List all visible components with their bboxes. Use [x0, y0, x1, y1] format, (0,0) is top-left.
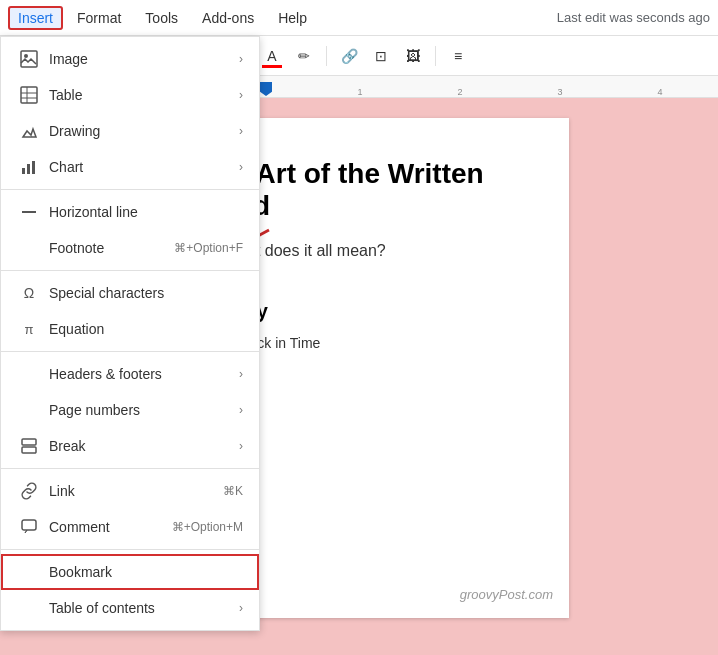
omega-icon: Ω [17, 285, 41, 301]
menu-item-table-label: Table [49, 87, 231, 103]
menu-item-toc-label: Table of contents [49, 600, 231, 616]
menu-item-footnote[interactable]: Footnote ⌘+Option+F [1, 230, 259, 266]
menu-item-table[interactable]: Table › [1, 77, 259, 113]
menu-insert[interactable]: Insert [8, 6, 63, 30]
table-arrow: › [239, 88, 243, 102]
last-edit-status: Last edit was seconds ago [557, 10, 710, 25]
menu-item-break-label: Break [49, 438, 231, 454]
highlight-button[interactable]: ✏ [290, 42, 318, 70]
divider-2 [1, 270, 259, 271]
chart-icon [17, 158, 41, 176]
pi-icon: π [17, 322, 41, 337]
menu-help[interactable]: Help [268, 6, 317, 30]
menu-item-link[interactable]: Link ⌘K [1, 473, 259, 509]
svg-rect-12 [22, 520, 36, 530]
menu-item-equation[interactable]: π Equation [1, 311, 259, 347]
menu-item-chart-label: Chart [49, 159, 231, 175]
toolbar-divider-4 [435, 46, 436, 66]
comment-shortcut: ⌘+Option+M [172, 520, 243, 534]
menu-item-headers-footers-label: Headers & footers [49, 366, 231, 382]
font-color-indicator [262, 65, 282, 68]
font-color-button[interactable]: A [258, 42, 286, 70]
footnote-shortcut: ⌘+Option+F [174, 241, 243, 255]
menu-item-footnote-label: Footnote [49, 240, 158, 256]
svg-rect-7 [27, 164, 30, 174]
ruler-mark-2: 2 [457, 87, 462, 97]
drawing-icon [17, 122, 41, 140]
link-toolbar-button[interactable]: 🔗 [335, 42, 363, 70]
svg-rect-10 [22, 439, 36, 445]
menu-item-link-label: Link [49, 483, 207, 499]
image-icon [17, 50, 41, 68]
menu-addons[interactable]: Add-ons [192, 6, 264, 30]
table-icon [17, 86, 41, 104]
ruler-mark-4: 4 [657, 87, 662, 97]
svg-point-1 [24, 54, 28, 58]
svg-rect-11 [22, 447, 36, 453]
insert-image-toolbar[interactable]: ⊡ [367, 42, 395, 70]
toolbar-divider-3 [326, 46, 327, 66]
menu-item-drawing-label: Drawing [49, 123, 231, 139]
divider-5 [1, 549, 259, 550]
insert-media-toolbar[interactable]: 🖼 [399, 42, 427, 70]
menu-item-image-label: Image [49, 51, 231, 67]
menu-tools[interactable]: Tools [135, 6, 188, 30]
menu-item-special-characters[interactable]: Ω Special characters [1, 275, 259, 311]
menu-item-break[interactable]: Break › [1, 428, 259, 464]
menu-item-page-numbers-label: Page numbers [49, 402, 231, 418]
toc-arrow: › [239, 601, 243, 615]
menu-item-comment[interactable]: Comment ⌘+Option+M [1, 509, 259, 545]
menu-item-chart[interactable]: Chart › [1, 149, 259, 185]
divider-4 [1, 468, 259, 469]
menu-item-page-numbers[interactable]: Page numbers › [1, 392, 259, 428]
insert-dropdown-menu: Image › Table › Drawing › Chart › [0, 36, 260, 631]
drawing-arrow: › [239, 124, 243, 138]
menu-item-bookmark[interactable]: Bookmark [1, 554, 259, 590]
menu-item-comment-label: Comment [49, 519, 156, 535]
break-arrow: › [239, 439, 243, 453]
link-icon [17, 482, 41, 500]
menu-bar: Insert Format Tools Add-ons Help Last ed… [0, 0, 718, 36]
svg-rect-0 [21, 51, 37, 67]
watermark: groovyPost.com [460, 587, 553, 602]
break-icon [17, 437, 41, 455]
link-shortcut: ⌘K [223, 484, 243, 498]
divider-3 [1, 351, 259, 352]
menu-item-headers-footers[interactable]: Headers & footers › [1, 356, 259, 392]
main-layout: Image › Table › Drawing › Chart › [0, 98, 718, 655]
menu-item-bookmark-label: Bookmark [49, 564, 243, 580]
headers-footers-arrow: › [239, 367, 243, 381]
menu-format[interactable]: Format [67, 6, 131, 30]
horizontal-line-icon [17, 203, 41, 221]
menu-item-horizontal-line[interactable]: Horizontal line [1, 194, 259, 230]
ruler-inner: 1 2 3 4 [260, 76, 718, 97]
comment-icon [17, 518, 41, 536]
menu-item-equation-label: Equation [49, 321, 243, 337]
chart-arrow: › [239, 160, 243, 174]
image-arrow: › [239, 52, 243, 66]
align-menu-button[interactable]: ≡ [444, 42, 472, 70]
menu-item-special-chars-label: Special characters [49, 285, 243, 301]
divider-1 [1, 189, 259, 190]
svg-rect-2 [21, 87, 37, 103]
page-numbers-arrow: › [239, 403, 243, 417]
menu-item-horizontal-line-label: Horizontal line [49, 204, 243, 220]
svg-rect-8 [32, 161, 35, 174]
ruler-mark-3: 3 [557, 87, 562, 97]
ruler-mark-1: 1 [357, 87, 362, 97]
svg-rect-6 [22, 168, 25, 174]
menu-item-image[interactable]: Image › [1, 41, 259, 77]
menu-item-table-of-contents[interactable]: Table of contents › [1, 590, 259, 626]
ruler-left-marker [260, 82, 272, 96]
menu-item-drawing[interactable]: Drawing › [1, 113, 259, 149]
